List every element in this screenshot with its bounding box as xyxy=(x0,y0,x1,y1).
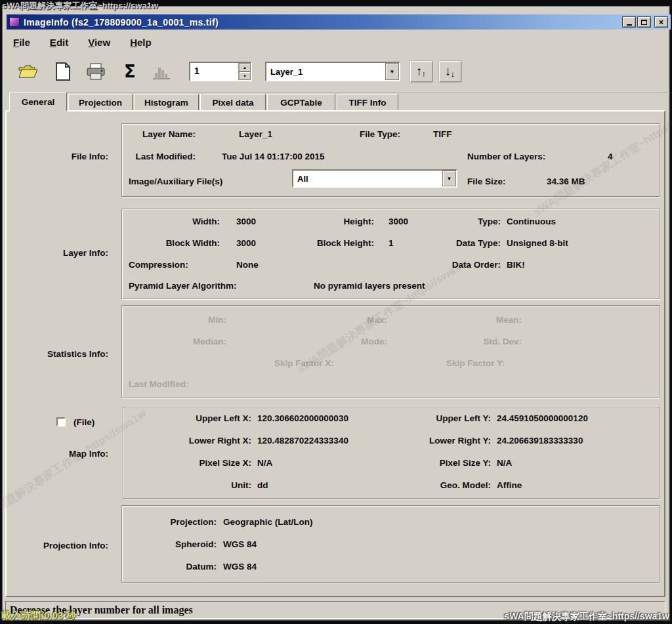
minimize-button[interactable] xyxy=(622,16,636,28)
minimize-icon xyxy=(627,24,632,26)
window-title: ImageInfo (fs2_178809000_1a_0001_ms.tif) xyxy=(24,17,219,28)
menu-view[interactable]: View xyxy=(83,35,116,49)
type-value: Continuous xyxy=(507,217,556,226)
width-label: Width: xyxy=(151,217,220,226)
spin-down-icon: ▼ xyxy=(243,74,247,78)
aux-files-value: All xyxy=(293,174,442,184)
layer-select-combobox[interactable]: Layer_1 ▼ xyxy=(265,62,400,81)
block-height-value: 1 xyxy=(388,238,394,248)
projection-label: Projection: xyxy=(151,517,217,527)
layer-select-value: Layer_1 xyxy=(266,67,385,77)
map-info-section-label: Map Info: xyxy=(23,449,108,459)
skip-factor-x-label: Skip Factor X: xyxy=(274,358,334,368)
tab-projection[interactable]: Projection xyxy=(68,94,133,110)
spheroid-label: Spheroid: xyxy=(151,539,217,549)
stddev-label: Std. Dev: xyxy=(463,337,522,346)
close-button[interactable]: × xyxy=(654,16,668,28)
stats-last-modified-label: Last Modified: xyxy=(129,379,189,389)
sigma-icon: Σ xyxy=(124,62,136,81)
layer-select-dropdown-button[interactable]: ▼ xyxy=(385,63,399,80)
tab-general[interactable]: General xyxy=(9,92,67,111)
open-folder-icon xyxy=(18,64,37,79)
data-order-label: Data Order: xyxy=(433,260,501,270)
datum-value: WGS 84 xyxy=(223,562,257,572)
layer-number-input[interactable]: 1 xyxy=(190,63,238,80)
printer-icon xyxy=(86,63,106,80)
layer-increase-button[interactable]: ↑↑ xyxy=(410,60,433,83)
pixel-size-x-value: N/A xyxy=(257,458,272,468)
height-label: Height: xyxy=(302,217,374,226)
menu-edit[interactable]: Edit xyxy=(45,35,74,49)
file-type-value: TIFF xyxy=(433,129,452,139)
title-bar[interactable]: ImageInfo (fs2_178809000_1a_0001_ms.tif)… xyxy=(7,14,671,30)
maximize-icon xyxy=(641,20,647,25)
file-size-value: 34.36 MB xyxy=(547,177,585,186)
aux-files-combobox[interactable]: All ▼ xyxy=(292,169,457,188)
arrows-down-small-icon: ↓ xyxy=(451,69,455,79)
file-type-label: File Type: xyxy=(341,129,400,139)
layer-name-value: Layer_1 xyxy=(239,129,272,139)
watermark-top-left: sWA問題解決專家工作室~https://swa1w xyxy=(2,0,158,12)
tab-pixel-data[interactable]: Pixel data xyxy=(200,94,266,110)
width-value: 3000 xyxy=(236,217,256,226)
statistics-button[interactable]: Σ xyxy=(118,60,142,83)
layer-decrease-button[interactable]: ↓↓ xyxy=(438,60,462,83)
projection-value: Geographic (Lat/Lon) xyxy=(223,517,313,527)
map-info-file-checkbox[interactable] xyxy=(56,417,66,426)
open-file-button[interactable] xyxy=(16,60,39,83)
pyramid-label: Pyramid Layer Algorithm: xyxy=(129,281,237,291)
spin-up-button[interactable]: ▲ xyxy=(239,63,251,72)
aux-files-label: Image/Auxiliary File(s) xyxy=(129,177,222,186)
pixel-size-y-label: Pixel Size Y: xyxy=(410,458,491,468)
data-type-value: Unsigned 8-bit xyxy=(507,238,568,248)
tab-tiff-info[interactable]: TIFF Info xyxy=(337,94,398,110)
pyramid-value: No pyramid layers present xyxy=(314,281,425,291)
mode-label: Mode: xyxy=(328,337,387,346)
upper-left-x-label: Upper Left X: xyxy=(171,413,251,423)
min-label: Min: xyxy=(167,315,226,325)
tab-gcptable[interactable]: GCPTable xyxy=(267,94,335,110)
file-size-label: File Size: xyxy=(467,177,506,186)
skip-factor-y-label: Skip Factor Y: xyxy=(446,358,505,368)
block-width-value: 3000 xyxy=(236,238,256,248)
new-file-button[interactable] xyxy=(51,60,75,83)
lower-right-x-label: Lower Right X: xyxy=(171,436,251,446)
menu-file[interactable]: File xyxy=(8,35,35,49)
projection-info-section-label: Projection Info: xyxy=(23,541,108,551)
maximize-button[interactable] xyxy=(637,16,651,28)
lower-right-x-value: 120.482870224333340 xyxy=(257,436,348,446)
watermark-bottom-right: sWA問題解決專家工作室~https//swa1w xyxy=(504,611,669,623)
upper-left-y-label: Upper Left Y: xyxy=(410,413,491,423)
spin-up-icon: ▲ xyxy=(243,66,247,70)
histogram-button[interactable] xyxy=(150,60,173,83)
chevron-down-icon: ▼ xyxy=(390,69,395,75)
max-label: Max: xyxy=(328,315,387,325)
spin-down-button[interactable]: ▼ xyxy=(239,72,251,80)
menu-help[interactable]: Help xyxy=(125,35,157,49)
block-height-label: Block Height: xyxy=(302,238,374,248)
height-value: 3000 xyxy=(388,217,408,226)
last-modified-label: Last Modified: xyxy=(129,152,196,161)
new-document-icon xyxy=(56,62,70,81)
pixel-size-x-label: Pixel Size X: xyxy=(171,458,251,468)
statistics-info-section-label: Statistics Info: xyxy=(23,349,108,359)
number-of-layers-value: 4 xyxy=(608,152,613,161)
toolbar: Σ 1 ▲ ▼ Layer_1 ▼ ↑↑ ↓↓ xyxy=(8,55,669,89)
unit-value: dd xyxy=(257,480,268,490)
file-info-section-label: File Info: xyxy=(23,152,108,161)
upper-left-y-value: 24.4591050000000120 xyxy=(497,413,588,423)
layer-number-spinner: 1 ▲ ▼ xyxy=(189,62,252,81)
compression-value: None xyxy=(236,260,259,270)
spheroid-value: WGS 84 xyxy=(223,539,257,549)
data-type-label: Data Type: xyxy=(433,238,501,248)
upper-left-x-value: 120.306602000000030 xyxy=(257,413,348,423)
data-order-value: BIK! xyxy=(507,260,525,270)
app-icon xyxy=(9,17,20,27)
block-width-label: Block Width: xyxy=(151,238,220,248)
print-button[interactable] xyxy=(84,60,108,83)
tab-histogram[interactable]: Histogram xyxy=(134,94,199,110)
close-icon: × xyxy=(659,18,663,27)
type-label: Type: xyxy=(433,217,501,226)
aux-files-dropdown-button[interactable]: ▼ xyxy=(442,171,456,186)
median-label: Median: xyxy=(167,337,226,346)
